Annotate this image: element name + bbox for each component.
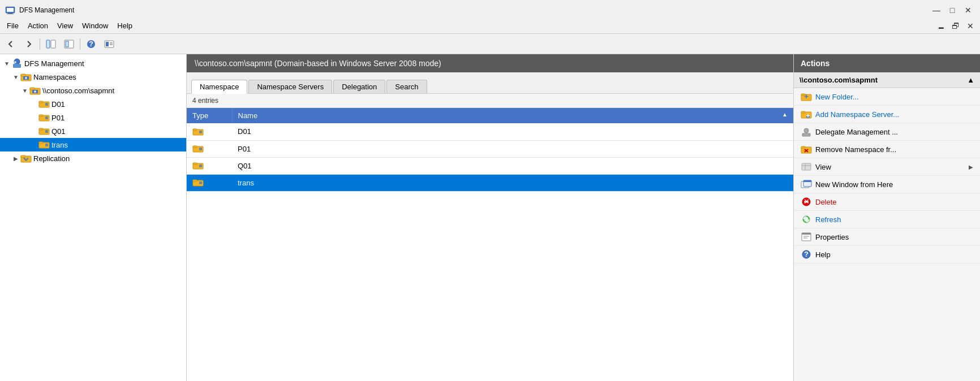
maximize-button[interactable]: □ [945,5,960,16]
menu-item-file[interactable]: File [2,20,23,31]
table-row[interactable]: P01 [187,140,793,157]
expand-trans [29,140,38,149]
action-label-properties: Properties [815,233,849,241]
title-bar-left: DFS Management [5,5,74,16]
svg-rect-43 [193,146,197,148]
close-button[interactable]: ✕ [961,5,975,16]
show-scope-button[interactable] [42,37,59,51]
svg-rect-46 [193,163,197,164]
svg-rect-40 [193,129,197,131]
table-row[interactable]: D01 [187,123,793,140]
center-panel: \\contoso.com\sapmnt (Domain-based in Wi… [187,54,793,381]
table-body: D01 P01 [187,123,793,191]
main-layout: ▼ DFS Management ▼ Namesp [0,54,980,381]
tab-delegation[interactable]: Delegation [333,80,385,93]
row-icon-d01 [192,127,226,136]
expand-replication[interactable]: ▶ [11,154,20,163]
title-bar: DFS Management — □ ✕ [0,0,980,18]
scope-button[interactable] [101,37,118,51]
expand-namespaces[interactable]: ▼ [11,72,20,81]
expand-namespace-root[interactable]: ▼ [20,86,29,95]
action-new-folder[interactable]: + New Folder... [794,88,980,106]
col-name[interactable]: Name ▲ [232,108,793,123]
action-delete[interactable]: ✕ Delete [794,193,980,211]
action-label-add-namespace-server: Add Namespace Server... [815,110,899,119]
tree-item-namespaces[interactable]: ▼ Namespaces [0,70,186,84]
svg-point-24 [34,90,36,93]
svg-rect-59 [802,133,810,136]
svg-point-58 [804,128,809,133]
action-new-window[interactable]: New Window from Here [794,176,980,193]
tree-item-trans[interactable]: trans [0,138,186,151]
svg-rect-1 [7,8,14,12]
action-label-delete: Delete [815,198,837,206]
toolbar-separator-2 [80,38,80,50]
entry-count: 4 entries [187,94,793,108]
action-section-label: \\contoso.com\sapmnt [800,76,878,84]
action-section-namespace[interactable]: \\contoso.com\sapmnt ▲ [794,72,980,88]
tabs-bar: Namespace Namespace Servers Delegation S… [187,72,793,94]
action-remove-namespace[interactable]: Remove Namespace fr... [794,141,980,158]
action-delegate-management[interactable]: Delegate Management ... [794,123,980,141]
add-namespace-server-icon: + [801,109,812,120]
svg-rect-32 [39,128,43,130]
help-toolbar-button[interactable]: ? [83,37,100,51]
show-console-button[interactable] [61,37,78,51]
table-row[interactable]: Q01 [187,157,793,174]
action-label-view: View [815,163,831,171]
tab-search[interactable]: Search [386,80,427,93]
row-icon-p01 [192,144,226,153]
action-view[interactable]: View ▶ [794,158,980,176]
menu-item-action[interactable]: Action [23,20,53,31]
tree-item-namespace-root[interactable]: ▼ \\contoso.com\sapmnt [0,84,186,97]
svg-rect-41 [199,131,202,133]
action-properties[interactable]: Properties [794,228,980,246]
action-help[interactable]: ? Help [794,246,980,263]
menu-item-view[interactable]: View [53,20,78,31]
tree-item-d01[interactable]: D01 [0,97,186,111]
tree-item-q01[interactable]: Q01 [0,124,186,138]
inner-maximize-button[interactable]: 🗗 [948,20,963,32]
name-cell-p01: P01 [232,140,793,157]
back-button[interactable] [2,37,19,51]
svg-rect-33 [45,130,48,133]
expand-q01 [29,127,38,136]
action-label-help: Help [815,250,831,259]
action-add-namespace-server[interactable]: + Add Namespace Server... [794,106,980,123]
tab-namespace[interactable]: Namespace [191,80,247,94]
menu-item-help[interactable]: Help [113,20,137,31]
forward-button[interactable] [20,37,37,51]
delete-icon: ✕ [801,196,812,207]
expand-d01 [29,99,38,109]
tree-item-dfs-management[interactable]: ▼ DFS Management [0,57,186,70]
toolbar-separator-1 [40,38,40,50]
tree-label-namespaces: Namespaces [33,73,76,81]
tree-label-namespace-root: \\contoso.com\sapmnt [42,86,114,95]
name-cell-trans: trans [232,174,793,191]
inner-close-button[interactable]: ✕ [963,20,978,32]
svg-rect-4 [46,40,50,48]
tab-namespace-servers[interactable]: Namespace Servers [248,80,332,93]
table-row[interactable]: trans [187,174,793,191]
dfs-management-icon [11,58,23,69]
new-folder-icon: + [801,91,812,102]
menu-item-window[interactable]: Window [78,20,113,31]
view-submenu-arrow: ▶ [969,164,973,170]
minimize-button[interactable]: — [929,5,944,16]
view-icon [801,161,812,172]
tree-item-replication[interactable]: ▶ Replication [0,151,186,165]
action-label-new-folder: New Folder... [815,93,859,101]
col-type[interactable]: Type [187,108,232,123]
inner-restore-button[interactable]: 🗕 [934,20,948,32]
tree-item-p01[interactable]: P01 [0,111,186,124]
expand-dfs-management[interactable]: ▼ [2,59,11,68]
table-header: Type Name ▲ [187,108,793,123]
svg-rect-55 [801,111,805,113]
tree-label-trans: trans [51,141,68,149]
action-refresh[interactable]: Refresh [794,211,980,228]
svg-rect-38 [21,155,25,158]
row-icon-trans [192,178,226,187]
action-label-new-window: New Window from Here [815,180,893,189]
type-cell [187,174,232,191]
svg-rect-27 [45,103,48,106]
